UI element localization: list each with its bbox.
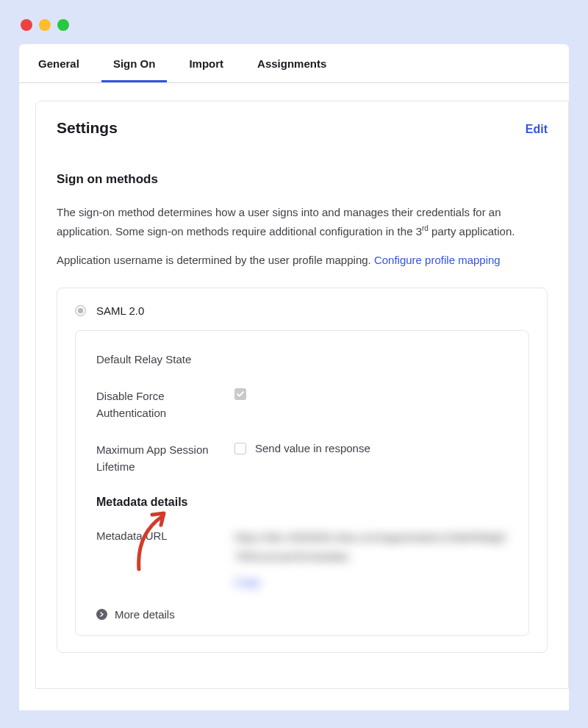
more-details-label: More details xyxy=(115,608,175,621)
window-controls xyxy=(9,9,579,44)
panel-header: Settings Edit xyxy=(57,119,548,137)
text: party application. xyxy=(429,225,515,238)
radio-icon xyxy=(75,305,86,316)
signon-method-card: SAML 2.0 Default Relay State Disable For… xyxy=(57,288,548,653)
send-value-label: Send value in response xyxy=(255,442,370,454)
text: Application username is determined by th… xyxy=(57,254,374,266)
tab-bar: General Sign On Import Assignments xyxy=(19,44,569,83)
window-maximize-button[interactable] xyxy=(57,19,69,31)
browser-frame: General Sign On Import Assignments Setti… xyxy=(9,9,579,719)
blurred-text: https://dev-0000000.okta.com/app/exkabc1… xyxy=(234,531,506,563)
chevron-right-icon xyxy=(96,609,107,620)
saml-radio-label: SAML 2.0 xyxy=(96,304,144,317)
disable-force-auth-label: Disable Force Authentication xyxy=(96,388,234,421)
configure-profile-mapping-link[interactable]: Configure profile mapping xyxy=(374,254,501,266)
disable-force-auth-checkbox[interactable] xyxy=(234,388,246,400)
tab-sign-on[interactable]: Sign On xyxy=(101,44,168,82)
saml-settings-card: Default Relay State Disable Force Authen… xyxy=(75,330,529,636)
saml-radio-row[interactable]: SAML 2.0 xyxy=(75,304,529,317)
signon-description-1: The sign-on method determines how a user… xyxy=(57,203,548,240)
signon-description-2: Application username is determined by th… xyxy=(57,251,548,270)
default-relay-state-label: Default Relay State xyxy=(96,351,234,368)
blurred-action: Copy xyxy=(234,573,260,592)
check-icon xyxy=(237,391,244,397)
disable-force-auth-row: Disable Force Authentication xyxy=(96,388,508,421)
tab-general[interactable]: General xyxy=(26,44,91,82)
app-content: General Sign On Import Assignments Setti… xyxy=(19,44,569,710)
metadata-url-row: Metadata URL https://dev-0000000.okta.co… xyxy=(96,528,508,592)
tab-import[interactable]: Import xyxy=(177,44,235,82)
metadata-url-value-blurred: https://dev-0000000.okta.com/app/exkabc1… xyxy=(234,528,508,592)
metadata-details-heading: Metadata details xyxy=(96,496,508,509)
edit-button[interactable]: Edit xyxy=(526,123,548,136)
settings-panel: Settings Edit Sign on methods The sign-o… xyxy=(35,101,569,689)
panel-wrap: Settings Edit Sign on methods The sign-o… xyxy=(19,83,569,689)
max-session-row: Maximum App Session Lifetime Send value … xyxy=(96,442,508,475)
panel-title: Settings xyxy=(57,119,118,137)
window-minimize-button[interactable] xyxy=(39,19,51,31)
metadata-url-label: Metadata URL xyxy=(96,528,234,545)
max-session-label: Maximum App Session Lifetime xyxy=(96,442,234,475)
window-close-button[interactable] xyxy=(21,19,32,31)
send-value-checkbox[interactable] xyxy=(234,443,246,454)
more-details-toggle[interactable]: More details xyxy=(96,608,508,621)
sup: rd xyxy=(422,224,429,232)
default-relay-state-row: Default Relay State xyxy=(96,351,508,368)
tab-assignments[interactable]: Assignments xyxy=(245,44,338,82)
signon-methods-heading: Sign on methods xyxy=(57,172,548,187)
